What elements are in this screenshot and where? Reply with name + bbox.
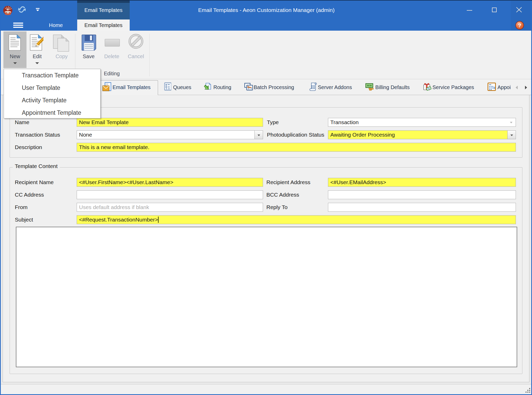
svg-text:?: ?: [518, 22, 521, 28]
